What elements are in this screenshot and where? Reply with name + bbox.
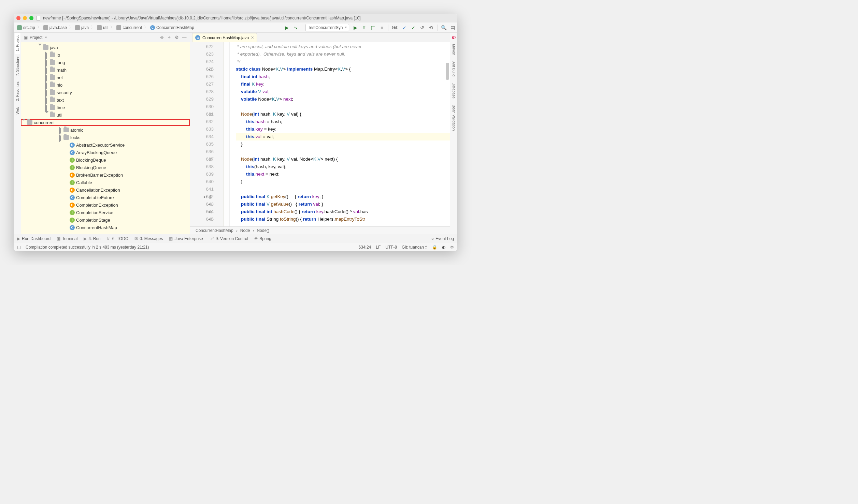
line-number[interactable]: 637@ <box>190 155 214 163</box>
line-number[interactable]: 635 <box>190 140 214 148</box>
editor-crumb[interactable]: Node() <box>257 228 269 233</box>
tree-class[interactable]: ICompletionStage <box>21 216 190 224</box>
zoom-icon[interactable] <box>29 16 33 20</box>
line-number[interactable]: 634 <box>190 133 214 140</box>
git-commit-icon[interactable]: ✓ <box>411 25 416 30</box>
code-line[interactable]: this(hash, key, val); <box>236 163 450 171</box>
tree-spacer[interactable] <box>65 203 68 207</box>
left-tool-tab[interactable]: 2: Favorites <box>15 79 20 104</box>
line-number[interactable]: 623 <box>190 50 214 58</box>
code-line[interactable]: volatile V val; <box>236 88 450 95</box>
tree-spacer[interactable] <box>65 226 68 229</box>
line-number[interactable]: 622 <box>190 43 214 50</box>
bottom-tool-item[interactable]: ☑6: TODO <box>107 236 129 241</box>
code-line[interactable]: } <box>236 140 450 148</box>
line-number[interactable]: 633 <box>190 125 214 133</box>
line-number[interactable]: 643●↑ <box>190 201 214 208</box>
line-number[interactable]: 625●↓ <box>190 65 214 73</box>
tree-folder[interactable]: math <box>21 66 190 74</box>
tree-class[interactable]: ECompletionException <box>21 201 190 209</box>
tree-folder[interactable]: text <box>21 96 190 104</box>
bottom-tool-item[interactable]: ⎇9: Version Control <box>209 236 248 241</box>
chevron-down-icon[interactable]: ▼ <box>44 36 47 39</box>
code-line[interactable]: public final int hashCode() { return key… <box>236 208 450 216</box>
tree-spacer[interactable] <box>65 188 68 192</box>
tree-folder[interactable]: util <box>21 111 190 119</box>
collapse-icon[interactable] <box>38 44 42 51</box>
gutter-mark-icon[interactable]: @ <box>209 155 212 163</box>
code-line[interactable]: public final K getKey() { return key; } <box>236 193 450 201</box>
line-number[interactable]: 644●↑ <box>190 208 214 216</box>
tree-folder[interactable]: concurrent <box>21 119 190 126</box>
breadcrumb-item[interactable]: java <box>74 25 90 30</box>
line-number[interactable]: 626 <box>190 73 214 80</box>
scroll-track[interactable] <box>446 42 449 226</box>
tree-class[interactable]: IBlockingQueue <box>21 164 190 171</box>
tree-spacer[interactable] <box>65 211 68 214</box>
gutter-mark-icon[interactable]: ●↑ <box>208 216 212 223</box>
bottom-tool-item[interactable]: ✉0: Messages <box>134 236 163 241</box>
line-number[interactable]: 627 <box>190 80 214 88</box>
line-number[interactable]: 630 <box>190 103 214 110</box>
breadcrumb-item[interactable]: java.base <box>42 25 68 30</box>
tree-folder[interactable]: atomic <box>21 126 190 134</box>
caret-position[interactable]: 634:24 <box>359 245 371 250</box>
bottom-tool-item[interactable]: ▶4: Run <box>84 236 100 241</box>
tree-class[interactable]: CConcurrentHashMap <box>21 224 190 231</box>
run-icon[interactable]: ▶ <box>353 25 358 30</box>
close-icon[interactable] <box>16 16 20 20</box>
gutter-mark-icon[interactable]: ●↑ <box>208 201 212 208</box>
tree-folder[interactable]: locks <box>21 134 190 141</box>
line-number[interactable]: 642●↑ @ <box>190 193 214 201</box>
left-tool-tab[interactable]: 1: Project <box>15 33 20 54</box>
code-line[interactable] <box>236 186 450 193</box>
gutter-mark-icon[interactable]: ●↓ <box>208 65 212 73</box>
stop-icon[interactable]: ■ <box>379 25 385 30</box>
code-line[interactable]: } <box>236 178 450 186</box>
code-line[interactable] <box>236 103 450 110</box>
right-tool-tab[interactable]: Ant Build <box>451 59 457 78</box>
tree-spacer[interactable] <box>65 158 68 162</box>
tree-spacer[interactable] <box>65 143 68 147</box>
run-target-icon[interactable]: ▶ <box>284 25 289 30</box>
search-icon[interactable]: 🔍 <box>441 25 446 30</box>
line-number[interactable]: 638 <box>190 163 214 171</box>
code-line[interactable]: public final V getValue() { return val; … <box>236 201 450 208</box>
code-line[interactable] <box>236 148 450 155</box>
right-tool-tab[interactable]: Database <box>451 80 457 101</box>
left-tool-tab[interactable]: 7: Structure <box>15 54 20 79</box>
line-number[interactable]: 636 <box>190 148 214 155</box>
debug-icon[interactable]: ⌗ <box>361 25 367 30</box>
bottom-tool-item[interactable]: ❀Spring <box>254 236 271 241</box>
tree-folder[interactable]: security <box>21 89 190 96</box>
code-line[interactable]: this.val = val; <box>236 133 450 140</box>
git-pull-icon[interactable]: ↙ <box>402 25 407 30</box>
tree-spacer[interactable] <box>65 166 68 169</box>
line-number[interactable]: 641 <box>190 186 214 193</box>
memory-icon[interactable]: ⚙ <box>450 245 454 250</box>
tree-spacer[interactable] <box>65 181 68 184</box>
code-line[interactable]: final int hash; <box>236 73 450 80</box>
collapse-icon[interactable]: ÷ <box>167 35 172 40</box>
settings-icon[interactable]: ▤ <box>450 25 455 30</box>
code-content[interactable]: * are special, and contain null keys and… <box>230 42 450 226</box>
tree-class[interactable]: ICallable <box>21 179 190 186</box>
breadcrumb-item[interactable]: CConcurrentHashMap <box>149 25 196 30</box>
tree-class[interactable]: IBlockingDeque <box>21 156 190 164</box>
code-line[interactable]: public final String toString() { return … <box>236 216 450 223</box>
project-view-icon[interactable]: ▣ <box>24 35 28 40</box>
code-line[interactable]: this.next = next; <box>236 171 450 178</box>
line-number[interactable]: 631@ <box>190 110 214 118</box>
tree-spacer[interactable] <box>65 218 68 222</box>
inspection-icon[interactable]: ◐ <box>442 245 445 250</box>
line-number[interactable]: 645●↑ <box>190 216 214 223</box>
code-line[interactable]: * are special, and contain null keys and… <box>236 43 450 50</box>
tree-folder[interactable]: lang <box>21 59 190 66</box>
breadcrumb-item[interactable]: concurrent <box>115 25 143 30</box>
tree-folder[interactable]: java <box>21 44 190 51</box>
revert-icon[interactable]: ⟲ <box>428 25 434 30</box>
code-line[interactable]: * exported). Otherwise, keys and vals ar… <box>236 50 450 58</box>
git-branch[interactable]: Git: tuancan ‡ <box>402 245 427 250</box>
lock-icon[interactable]: 🔒 <box>432 245 437 250</box>
breadcrumb-item[interactable]: util <box>96 25 110 30</box>
